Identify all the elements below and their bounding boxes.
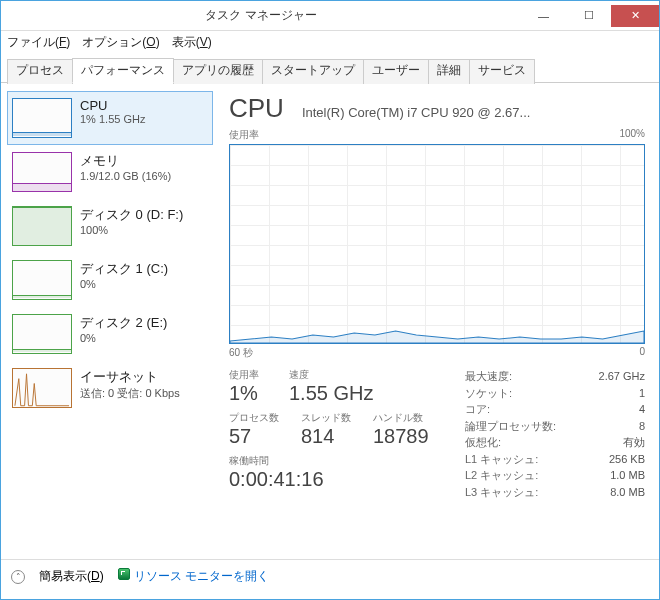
side-sub: 0% [80, 332, 167, 344]
fewer-details-button[interactable]: 簡易表示(D) [39, 568, 104, 585]
sidebar-item-mem[interactable]: メモリ1.9/12.0 GB (16%) [7, 145, 213, 199]
sidebar: CPU1% 1.55 GHzメモリ1.9/12.0 GB (16%)ディスク 0… [1, 83, 219, 559]
close-button[interactable]: ✕ [611, 5, 659, 27]
side-sub: 送信: 0 受信: 0 Kbps [80, 386, 180, 401]
side-sub: 100% [80, 224, 183, 236]
detail-row: L2 キャッシュ:1.0 MB [465, 467, 645, 484]
detail-row: 仮想化:有効 [465, 434, 645, 451]
side-sub: 1% 1.55 GHz [80, 113, 145, 125]
detail-row: コア:4 [465, 401, 645, 418]
chart-top-labels: 使用率 100% [229, 128, 645, 142]
side-title: イーサネット [80, 368, 180, 386]
stat-プロセス数: プロセス数57 [229, 411, 279, 448]
body: CPU1% 1.55 GHzメモリ1.9/12.0 GB (16%)ディスク 0… [1, 83, 659, 559]
side-title: ディスク 1 (C:) [80, 260, 168, 278]
bigrow-2: プロセス数57スレッド数814ハンドル数18789 [229, 411, 435, 448]
resmon-text[interactable]: リソース モニターを開く [134, 569, 269, 583]
chart-line [230, 145, 644, 343]
tab-1[interactable]: パフォーマンス [72, 58, 174, 83]
main-panel: CPU Intel(R) Core(TM) i7 CPU 920 @ 2.67.… [219, 83, 659, 559]
bigrow-1: 使用率1%速度1.55 GHz [229, 368, 435, 405]
stat-速度: 速度1.55 GHz [289, 368, 373, 405]
menu-view[interactable]: 表示(V) [172, 34, 212, 51]
tab-6[interactable]: サービス [469, 59, 535, 84]
side-title: CPU [80, 98, 145, 113]
detail-row: L1 キャッシュ:256 KB [465, 451, 645, 468]
uptime-value: 0:00:41:16 [229, 468, 435, 491]
resmon-link[interactable]: リソース モニターを開く [118, 568, 269, 585]
sidebar-item-cpu[interactable]: CPU1% 1.55 GHz [7, 91, 213, 145]
uptime-block: 稼働時間 0:00:41:16 [229, 454, 435, 491]
side-title: メモリ [80, 152, 171, 170]
tab-5[interactable]: 詳細 [428, 59, 470, 84]
stats-left: 使用率1%速度1.55 GHz プロセス数57スレッド数814ハンドル数1878… [229, 368, 435, 500]
footer: ˄ 簡易表示(D) リソース モニターを開く [1, 559, 659, 593]
detail-row: 論理プロセッサ数:8 [465, 418, 645, 435]
chart-ymax: 100% [619, 128, 645, 142]
titlebar: タスク マネージャー — ☐ ✕ [1, 1, 659, 31]
sidebar-item-d0[interactable]: ディスク 0 (D: F:)100% [7, 199, 213, 253]
cpu-heading: CPU [229, 93, 284, 124]
detail-row: L3 キャッシュ:8.0 MB [465, 484, 645, 501]
stat-使用率: 使用率1% [229, 368, 259, 405]
cpu-model: Intel(R) Core(TM) i7 CPU 920 @ 2.67... [302, 105, 645, 120]
side-sub: 0% [80, 278, 168, 290]
side-title: ディスク 0 (D: F:) [80, 206, 183, 224]
thumb-d2 [12, 314, 72, 354]
chart-xaxis: 60 秒 0 [229, 346, 645, 360]
tab-0[interactable]: プロセス [7, 59, 73, 84]
chart-ylabel: 使用率 [229, 128, 259, 142]
stats: 使用率1%速度1.55 GHz プロセス数57スレッド数814ハンドル数1878… [229, 368, 645, 500]
thumb-d1 [12, 260, 72, 300]
stats-right: 最大速度:2.67 GHzソケット:1コア:4論理プロセッサ数:8仮想化:有効L… [465, 368, 645, 500]
thumb-mem [12, 152, 72, 192]
resmon-icon [118, 568, 130, 580]
thumb-d0 [12, 206, 72, 246]
stat-スレッド数: スレッド数814 [301, 411, 351, 448]
uptime-label: 稼働時間 [229, 454, 435, 468]
window-title: タスク マネージャー [1, 7, 521, 24]
chevron-up-icon: ˄ [11, 570, 25, 584]
sidebar-item-d1[interactable]: ディスク 1 (C:)0% [7, 253, 213, 307]
window-buttons: — ☐ ✕ [521, 5, 659, 27]
tab-2[interactable]: アプリの履歴 [173, 59, 263, 84]
detail-row: 最大速度:2.67 GHz [465, 368, 645, 385]
menu-file[interactable]: ファイル(F) [7, 34, 70, 51]
thumb-cpu [12, 98, 72, 138]
minimize-button[interactable]: — [521, 5, 566, 27]
side-sub: 1.9/12.0 GB (16%) [80, 170, 171, 182]
detail-row: ソケット:1 [465, 385, 645, 402]
menubar: ファイル(F) オプション(O) 表示(V) [1, 31, 659, 53]
maximize-button[interactable]: ☐ [566, 5, 611, 27]
menu-options[interactable]: オプション(O) [82, 34, 159, 51]
cpu-chart [229, 144, 645, 344]
chart-xright: 0 [639, 346, 645, 360]
stat-ハンドル数: ハンドル数18789 [373, 411, 429, 448]
sidebar-item-d2[interactable]: ディスク 2 (E:)0% [7, 307, 213, 361]
tab-3[interactable]: スタートアップ [262, 59, 364, 84]
cpu-header: CPU Intel(R) Core(TM) i7 CPU 920 @ 2.67.… [229, 93, 645, 124]
tab-4[interactable]: ユーザー [363, 59, 429, 84]
thumb-eth [12, 368, 72, 408]
tabs: プロセスパフォーマンスアプリの履歴スタートアップユーザー詳細サービス [1, 53, 659, 83]
sidebar-item-eth[interactable]: イーサネット送信: 0 受信: 0 Kbps [7, 361, 213, 415]
side-title: ディスク 2 (E:) [80, 314, 167, 332]
chart-xleft: 60 秒 [229, 346, 253, 360]
